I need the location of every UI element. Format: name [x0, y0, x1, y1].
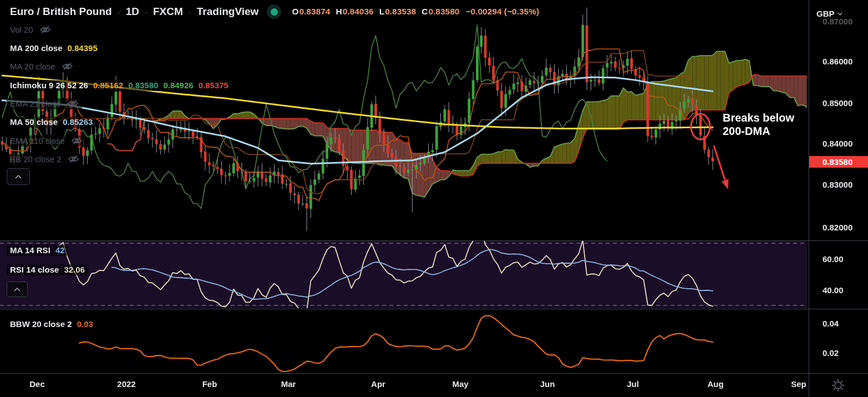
legend-row-rsi[interactable]: RSI 14 close 32.06 [7, 264, 88, 275]
scale-settings-gear-icon[interactable] [831, 378, 845, 395]
time-axis-label: Apr [371, 379, 385, 389]
price-axis-label: 0.87000 [823, 17, 852, 26]
time-axis-label: May [452, 379, 468, 389]
separator-dot: · [145, 7, 148, 17]
separator-dot: · [189, 7, 191, 17]
eye-off-icon[interactable] [68, 155, 79, 163]
price-axis-label: 0.83000 [823, 180, 852, 189]
eye-off-icon[interactable] [67, 99, 79, 108]
time-axis-label: Aug [707, 379, 723, 389]
indicator-value: 42 [55, 245, 65, 255]
legend-row-volume[interactable]: Vol 20 [7, 24, 54, 36]
indicator-label[interactable]: Ichimoku 9 26 52 26 [10, 81, 88, 90]
time-axis-label: Jun [540, 379, 555, 389]
indicator-value: 0.84395 [68, 43, 98, 53]
ichimoku-conversion-value: 0.85162 [93, 81, 123, 90]
change-value: −0.00294 (−0.35%) [465, 7, 539, 17]
indicator-label[interactable]: MA 14 RSI [10, 245, 50, 255]
bbw-axis-label: 0.02 [823, 348, 839, 358]
time-axis-label: Sep [791, 379, 806, 389]
chevron-down-icon [837, 12, 842, 16]
ichimoku-lead-b-value: 0.85375 [199, 81, 229, 90]
ichimoku-lagging-value: 0.83580 [128, 81, 158, 90]
ohlc-readout: O0.83874 H0.84036 L0.83538 C0.83580 −0.0… [292, 7, 539, 17]
last-price-badge: 0.83580 [809, 156, 868, 168]
ichimoku-lead-a-value: 0.84926 [163, 81, 193, 90]
symbol-header[interactable]: Euro / British Pound · 1D · FXCM · Tradi… [7, 3, 542, 20]
legend-row-ema21[interactable]: EMA 21 close [7, 98, 82, 109]
indicator-value: 32.06 [64, 265, 85, 274]
legend-row-ma50[interactable]: MA 50 close 0.85263 [7, 117, 96, 128]
bbw-axis-label: 0.04 [823, 319, 839, 328]
indicator-label[interactable]: BB 20 close 2 [10, 154, 62, 164]
indicator-value: 0.03 [77, 319, 93, 329]
open-value: 0.83874 [299, 7, 330, 16]
eye-off-icon[interactable] [71, 137, 83, 145]
legend-row-ma20[interactable]: MA 20 close [7, 61, 77, 72]
legend-row-ma200[interactable]: MA 200 close 0.84395 [7, 43, 101, 54]
indicator-label[interactable]: BBW 20 close 2 [10, 319, 72, 329]
indicator-label[interactable]: RSI 14 close [10, 265, 59, 274]
platform-label: TradingView [197, 6, 259, 18]
annotation-text: Breaks below 200-DMA [723, 111, 794, 138]
indicator-label[interactable]: MA 20 close [10, 62, 55, 71]
indicator-label[interactable]: MA 200 close [10, 43, 63, 53]
legend-row-ema110[interactable]: EMA 110 close [7, 135, 86, 147]
tradingview-chart-window: Euro / British Pound · 1D · FXCM · Tradi… [0, 0, 868, 397]
time-axis-label: Jul [627, 379, 639, 389]
symbol-title[interactable]: Euro / British Pound [10, 6, 112, 18]
legend-row-bbw[interactable]: BBW 20 close 2 0.03 [7, 319, 97, 330]
chevron-up-icon [15, 175, 22, 179]
time-axis-label: 2022 [117, 379, 135, 389]
legend-row-ichimoku[interactable]: Ichimoku 9 26 52 26 0.85162 0.83580 0.84… [7, 80, 232, 91]
separator-dot: · [118, 7, 120, 17]
collapse-rsi-pane-button[interactable] [7, 282, 28, 297]
exchange-label: FXCM [153, 6, 183, 18]
rsi-axis-label: 40.00 [823, 285, 844, 295]
price-axis-label: 0.85000 [823, 98, 852, 108]
high-value: 0.84036 [343, 7, 374, 16]
eye-off-icon[interactable] [62, 62, 73, 71]
rsi-axis-label: 60.00 [823, 254, 844, 264]
indicator-label[interactable]: EMA 21 close [10, 99, 61, 108]
low-value: 0.83538 [385, 7, 416, 16]
indicator-label[interactable]: Vol 20 [10, 25, 33, 34]
indicator-label[interactable]: MA 50 close [10, 117, 58, 127]
close-value: 0.83580 [428, 7, 459, 16]
indicator-label[interactable]: EMA 110 close [10, 136, 65, 145]
time-axis-label: Dec [29, 379, 45, 389]
time-axis-label: Mar [281, 379, 296, 389]
main-chart-canvas[interactable] [0, 0, 868, 397]
collapse-main-pane-button[interactable] [7, 168, 30, 185]
legend-row-bb20[interactable]: BB 20 close 2 [7, 154, 83, 165]
price-axis-label: 0.86000 [823, 57, 852, 66]
price-axis-label: 0.84000 [823, 139, 852, 148]
price-axis-label: 0.82000 [823, 223, 852, 232]
indicator-value: 0.85263 [63, 117, 93, 127]
connection-status-icon[interactable] [267, 4, 281, 19]
interval-button[interactable]: 1D [126, 6, 139, 18]
eye-off-icon[interactable] [39, 26, 51, 34]
time-axis-label: Feb [202, 379, 217, 389]
legend-row-rsi-ma[interactable]: MA 14 RSI 42 [7, 245, 68, 256]
chevron-up-icon [14, 288, 21, 292]
